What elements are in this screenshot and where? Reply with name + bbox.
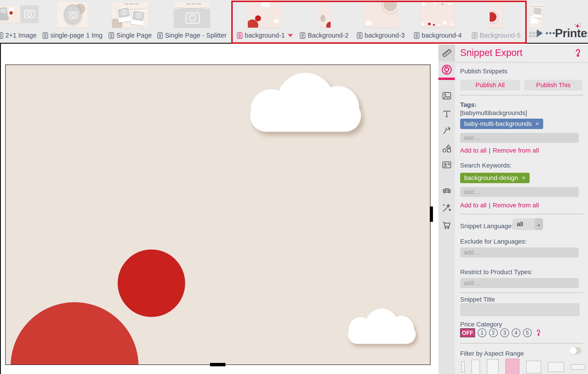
help-icon[interactable]: [573, 48, 583, 58]
aspect-filter-option[interactable]: [571, 364, 585, 370]
snippet-item-single-page-splitter[interactable]: Your Text Here Single Page - Splitter: [157, 0, 226, 44]
tab-images[interactable]: [438, 90, 455, 101]
divider: [460, 292, 583, 293]
publish-all-button[interactable]: Publish All: [460, 80, 520, 91]
thumb-cloud-photo: [0, 16, 9, 20]
snippet-item-background-1[interactable]: background-1: [235, 0, 294, 44]
snippet-label[interactable]: Single Page: [116, 32, 152, 39]
snippet-label[interactable]: background-3: [365, 32, 405, 39]
design-canvas-page[interactable]: [5, 64, 430, 365]
snippet-title-input[interactable]: [460, 303, 580, 316]
divider: [460, 343, 583, 344]
remove-from-all-link[interactable]: Remove from all: [493, 202, 539, 209]
remove-from-all-link[interactable]: Remove from all: [493, 147, 539, 154]
snippet-card-icon-selected: [237, 32, 243, 39]
add-to-all-link[interactable]: Add to all: [460, 202, 487, 209]
price-off-button[interactable]: OFF: [460, 328, 475, 337]
snippet-item-background-4[interactable]: background-4: [411, 0, 464, 44]
snippet-label[interactable]: 2+1 Image: [5, 32, 37, 39]
aspect-filter-option[interactable]: [461, 361, 465, 373]
tab-shopping-cart[interactable]: [438, 220, 455, 230]
chevron-down-icon: ⌄: [535, 218, 543, 230]
price-category-row: OFF 1 2 3 4 5: [460, 328, 543, 337]
price-level-3[interactable]: 3: [500, 329, 509, 337]
tab-ruler[interactable]: [438, 45, 455, 61]
canvas-cloud-small[interactable]: [348, 308, 416, 344]
snippet-thumbnail[interactable]: [490, 2, 503, 28]
snippet-language-value: all: [513, 218, 535, 230]
snippet-thumbnail-partial[interactable]: [530, 3, 543, 27]
chevron-down-icon[interactable]: [288, 34, 293, 37]
price-level-4[interactable]: 4: [512, 329, 520, 337]
snippet-thumbnail[interactable]: [421, 2, 455, 28]
restrict-product-types-input[interactable]: [460, 278, 579, 288]
snippet-label[interactable]: Background-2: [308, 32, 348, 39]
aspect-filter-option[interactable]: [526, 361, 541, 373]
snippet-thumbnail[interactable]: Your Text Here: [112, 2, 148, 28]
snippet-item-background-5[interactable]: Background-5: [470, 0, 522, 44]
more-options-icon[interactable]: [546, 32, 555, 34]
thumb-red-dot: [10, 11, 13, 14]
toggle-knob: [570, 347, 577, 354]
aspect-filter-option-selected[interactable]: [505, 359, 520, 374]
tab-fan-layout[interactable]: [438, 186, 455, 197]
snippet-card-icon: [300, 32, 305, 39]
add-tag-input[interactable]: [460, 133, 579, 143]
aspect-filter-option[interactable]: [548, 362, 564, 372]
exclude-languages-input[interactable]: [460, 247, 579, 257]
aspect-filter-option[interactable]: [487, 359, 498, 374]
filter-aspect-toggle[interactable]: [570, 347, 581, 354]
tab-snippets-active[interactable]: [438, 62, 455, 77]
snippet-thumbnail[interactable]: [248, 2, 282, 28]
remove-keyword-icon[interactable]: ×: [522, 174, 525, 182]
aspect-filter-option[interactable]: [472, 360, 480, 374]
keyword-pill: background-design ×: [460, 173, 530, 183]
snippet-label[interactable]: background-1: [245, 32, 285, 39]
add-keyword-input[interactable]: [460, 187, 579, 197]
snippet-label[interactable]: Single Page - Splitter: [165, 32, 227, 39]
snippet-label[interactable]: background-4: [422, 32, 462, 39]
price-help-icon[interactable]: [534, 329, 543, 337]
snippet-export-panel: Snippet Export Publish Snippets Publish …: [455, 45, 588, 374]
vertical-scrollbar-handle[interactable]: [430, 206, 433, 222]
play-icon[interactable]: [537, 29, 543, 37]
snippet-item-single-page-1-img[interactable]: single-page 1 Img: [44, 0, 101, 44]
thumb-cloud: [9, 9, 14, 11]
snippet-thumbnail[interactable]: Your Text Here: [174, 2, 210, 28]
tab-text[interactable]: [438, 108, 455, 119]
remove-tag-icon[interactable]: ×: [536, 120, 539, 128]
canvas-red-half-circle[interactable]: [11, 302, 138, 365]
tag-pill: baby-multi-backgrounds ×: [460, 119, 543, 129]
snippet-language-select[interactable]: all ⌄: [513, 218, 543, 230]
snippet-item-single-page[interactable]: Your Text Here Single Page: [105, 0, 155, 44]
keyword-bulk-links: Add to all|Remove from all: [460, 202, 539, 209]
canvas-cloud-large[interactable]: [250, 73, 361, 132]
tab-shapes[interactable]: [438, 143, 455, 154]
tab-pen-curve[interactable]: [438, 125, 455, 136]
divider: [460, 214, 583, 214]
tab-magic-wand[interactable]: [438, 203, 455, 213]
tags-label: Tags:: [460, 101, 477, 108]
snippet-thumbnail[interactable]: [0, 5, 39, 23]
snippet-card-icon: [414, 32, 420, 39]
price-level-5[interactable]: 5: [523, 329, 532, 337]
publish-this-button[interactable]: Publish This: [524, 80, 583, 91]
tab-contact-card[interactable]: [438, 159, 455, 170]
snippet-item-background-2[interactable]: Background-2: [298, 0, 350, 44]
canvas-red-circle[interactable]: [118, 249, 185, 317]
snippet-item-background-3[interactable]: background-3: [354, 0, 408, 44]
snippet-thumbnail[interactable]: [57, 2, 88, 28]
snippet-card-icon: [0, 32, 3, 39]
active-tab-indicator: [438, 78, 455, 80]
price-level-1[interactable]: 1: [478, 329, 486, 337]
add-to-all-link[interactable]: Add to all: [460, 147, 487, 154]
snippet-card-icon: [42, 32, 48, 39]
snippet-thumbnail[interactable]: [364, 2, 398, 28]
snippet-thumbnail[interactable]: [318, 2, 331, 28]
snippet-item-2plus1-image[interactable]: 2+1 Image: [0, 0, 44, 44]
snippet-label[interactable]: Background-5: [480, 32, 521, 39]
horizontal-scrollbar-handle[interactable]: [210, 363, 225, 366]
price-level-2[interactable]: 2: [489, 329, 498, 337]
snippet-toolbar: 2+1 Image single-page 1 Img Your Text He…: [0, 0, 588, 44]
snippet-label[interactable]: single-page 1 Img: [50, 32, 103, 39]
